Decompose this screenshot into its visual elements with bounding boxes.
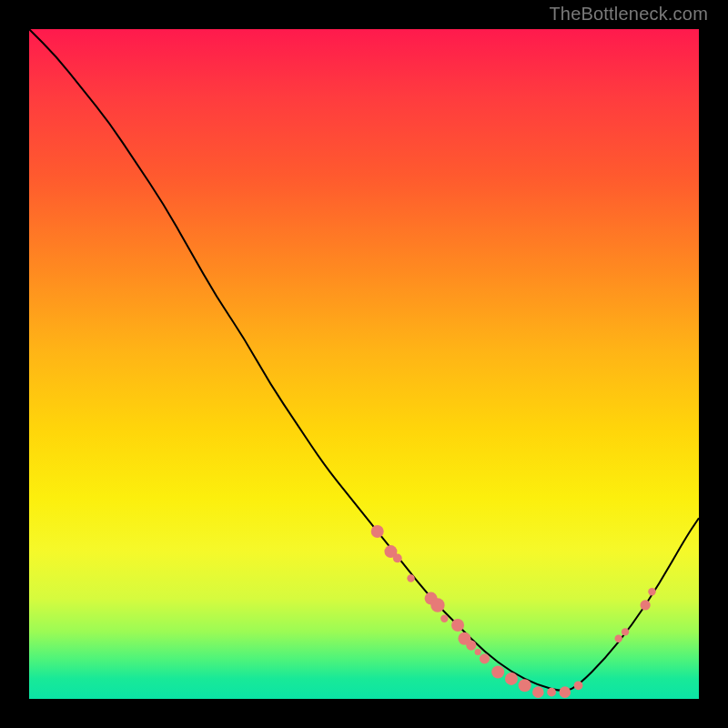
data-marker — [648, 588, 655, 595]
data-marker — [505, 672, 518, 685]
data-marker — [574, 681, 583, 690]
data-marker — [560, 686, 571, 698]
data-marker — [622, 628, 629, 635]
data-marker — [440, 614, 448, 622]
plot-area — [29, 29, 699, 699]
data-marker — [371, 525, 384, 538]
data-marker — [475, 649, 481, 655]
data-marker — [519, 679, 531, 692]
data-marker — [407, 574, 414, 581]
data-marker — [532, 686, 544, 698]
curve-layer — [29, 29, 699, 699]
data-marker — [491, 666, 504, 679]
data-marker — [430, 598, 444, 612]
data-marker — [466, 641, 476, 651]
data-marker — [614, 635, 622, 642]
source-label: TheBottleneck.com — [549, 4, 708, 25]
data-marker — [451, 619, 464, 632]
bottleneck-curve — [29, 29, 699, 691]
data-marker — [393, 554, 402, 563]
data-marker — [641, 600, 651, 610]
data-marker — [480, 653, 490, 663]
data-marker — [547, 688, 556, 697]
chart-frame: TheBottleneck.com — [0, 0, 728, 728]
